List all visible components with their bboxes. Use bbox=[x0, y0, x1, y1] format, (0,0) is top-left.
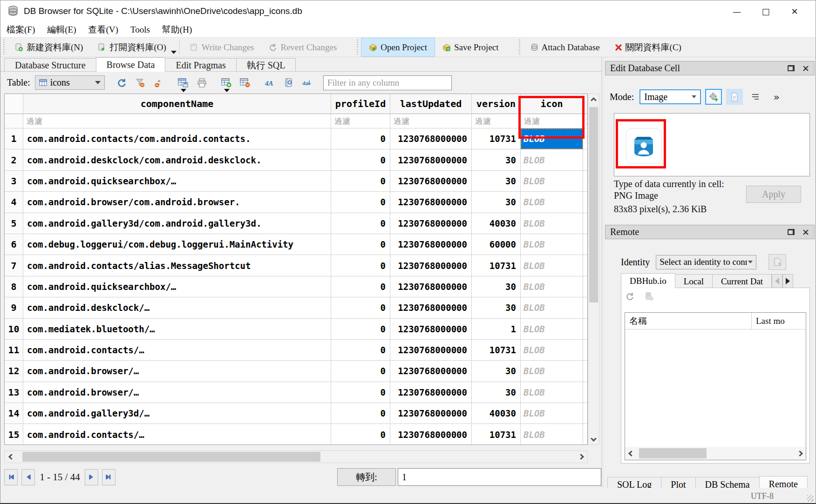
cell-version[interactable]: 40030 bbox=[472, 403, 521, 424]
cell-icon-blob[interactable]: BLOB bbox=[521, 382, 583, 403]
cell-version[interactable]: 30 bbox=[472, 171, 521, 192]
cell-profileId[interactable]: 0 bbox=[331, 361, 390, 382]
cell-lastUpdated[interactable]: 1230768000000 bbox=[390, 128, 472, 149]
goto-record-button[interactable]: 轉到: bbox=[337, 468, 396, 486]
font-button[interactable]: 4A bbox=[261, 74, 279, 91]
column-header-lastUpdated[interactable]: lastUpdated bbox=[390, 94, 472, 114]
cell-lastUpdated[interactable]: 1230768000000 bbox=[390, 340, 472, 361]
column-filter-input-componentName[interactable]: 過濾 bbox=[23, 114, 331, 128]
cell-icon-blob[interactable]: BLOB bbox=[521, 255, 583, 276]
cell-icon-blob[interactable]: BLOB bbox=[521, 234, 583, 255]
cell-icon-blob[interactable]: BLOB bbox=[521, 340, 583, 361]
remote-tab-local[interactable]: Local bbox=[675, 274, 713, 288]
cell-icon-blob[interactable]: BLOB bbox=[521, 403, 583, 424]
cell-lastUpdated[interactable]: 1230768000000 bbox=[390, 149, 472, 170]
dock-close-icon[interactable]: ✕ bbox=[802, 227, 809, 237]
cell-extra[interactable] bbox=[583, 192, 588, 213]
tab--sql[interactable]: 執行 SQL bbox=[236, 58, 296, 72]
cell-extra[interactable] bbox=[583, 234, 588, 255]
row-number[interactable]: 2 bbox=[5, 149, 23, 170]
remote-refresh-button[interactable] bbox=[625, 292, 634, 301]
maximize-button[interactable]: □ bbox=[751, 0, 780, 22]
scroll-left-button[interactable] bbox=[625, 447, 637, 460]
cell-version[interactable]: 30 bbox=[472, 382, 521, 403]
import-certificate-button[interactable] bbox=[768, 254, 786, 270]
column-header-profileId[interactable]: profileId bbox=[331, 94, 390, 114]
row-number[interactable]: 11 bbox=[5, 340, 23, 361]
row-number[interactable]: 4 bbox=[5, 192, 23, 213]
apply-button[interactable]: Apply bbox=[746, 186, 801, 203]
column-filter-input-profileId[interactable]: 過濾 bbox=[331, 114, 390, 128]
cell-componentName[interactable]: com.android.deskclock/com.android.deskcl… bbox=[23, 149, 331, 170]
cell-profileId[interactable]: 0 bbox=[331, 297, 390, 318]
word-wrap-button[interactable] bbox=[747, 89, 764, 105]
panel-splitter[interactable] bbox=[601, 57, 604, 488]
open-database-button[interactable]: 打開資料庫(O) bbox=[90, 38, 173, 57]
cell-lastUpdated[interactable]: 1230768000000 bbox=[390, 319, 472, 340]
row-number[interactable]: 10 bbox=[5, 319, 23, 340]
cell-version[interactable]: 10731 bbox=[472, 128, 521, 149]
dock-float-icon[interactable] bbox=[788, 65, 795, 71]
cell-lastUpdated[interactable]: 1230768000000 bbox=[390, 382, 472, 403]
identity-select[interactable]: Select an identity to conne bbox=[656, 255, 756, 269]
cell-lastUpdated[interactable]: 1230768000000 bbox=[390, 424, 472, 445]
cell-lastUpdated[interactable]: 1230768000000 bbox=[390, 403, 472, 424]
last-page-button[interactable] bbox=[102, 469, 116, 485]
cell-version[interactable]: 40030 bbox=[472, 213, 521, 234]
cell-componentName[interactable]: com.android.gallery3d/com.android.galler… bbox=[23, 213, 331, 234]
remote-tab-dbhub-io[interactable]: DBHub.io bbox=[621, 273, 675, 288]
close-button[interactable]: ✕ bbox=[780, 0, 809, 22]
cell-extra[interactable] bbox=[583, 255, 588, 276]
row-number[interactable]: 9 bbox=[5, 297, 23, 318]
cell-componentName[interactable]: com.android.gallery3d/… bbox=[23, 403, 331, 424]
tab-edit-pragmas[interactable]: Edit Pragmas bbox=[165, 58, 236, 72]
cell-profileId[interactable]: 0 bbox=[331, 403, 390, 424]
remote-name-column-header[interactable]: 名稱 bbox=[625, 313, 752, 329]
row-number-header[interactable] bbox=[5, 94, 23, 114]
cell-componentName[interactable]: com.android.deskclock/… bbox=[23, 297, 331, 318]
open-project-button[interactable]: Open Project bbox=[361, 38, 435, 57]
row-number[interactable]: 14 bbox=[5, 403, 23, 424]
cell-profileId[interactable]: 0 bbox=[331, 276, 390, 297]
remote-lastmodified-column-header[interactable]: Last mo bbox=[752, 316, 785, 326]
cell-profileId[interactable]: 0 bbox=[331, 319, 390, 340]
column-filter-input-lastUpdated[interactable]: 過濾 bbox=[390, 114, 472, 128]
delete-record-button[interactable] bbox=[236, 74, 255, 91]
row-number[interactable]: 15 bbox=[5, 424, 23, 445]
row-number[interactable]: 5 bbox=[5, 213, 23, 234]
first-page-button[interactable] bbox=[4, 469, 18, 485]
save-results-dropdown-caret[interactable] bbox=[181, 89, 186, 92]
cell-lastUpdated[interactable]: 1230768000000 bbox=[390, 297, 472, 318]
clear-sort-button[interactable] bbox=[150, 74, 168, 91]
cell-version[interactable]: 10731 bbox=[472, 424, 521, 445]
cell-icon-blob[interactable]: BLOB bbox=[521, 213, 583, 234]
close-database-button[interactable]: 關閉資料庫(C) bbox=[607, 38, 689, 57]
cell-extra[interactable] bbox=[583, 276, 588, 297]
clear-filters-button[interactable] bbox=[131, 74, 150, 91]
remote-tabs-scroll-left[interactable] bbox=[772, 274, 782, 288]
cell-extra[interactable] bbox=[583, 171, 588, 192]
cell-profileId[interactable]: 0 bbox=[331, 340, 390, 361]
encoding-button[interactable]: 4a bbox=[298, 74, 317, 91]
cell-componentName[interactable]: com.android.contacts/com.android.contact… bbox=[23, 128, 331, 149]
cell-componentName[interactable]: com.android.contacts/… bbox=[23, 340, 331, 361]
cell-extra[interactable] bbox=[583, 382, 588, 403]
cell-componentName[interactable]: com.debug.loggerui/com.debug.loggerui.Ma… bbox=[23, 234, 331, 255]
cell-extra[interactable] bbox=[583, 424, 588, 445]
row-number[interactable]: 6 bbox=[5, 234, 23, 255]
cell-extra[interactable] bbox=[583, 213, 588, 234]
cell-lastUpdated[interactable]: 1230768000000 bbox=[390, 171, 472, 192]
cell-icon-blob[interactable]: BLOB bbox=[521, 171, 583, 192]
cell-version[interactable]: 30 bbox=[472, 192, 521, 213]
cell-extra[interactable] bbox=[583, 340, 588, 361]
insert-record-button[interactable] bbox=[218, 74, 236, 91]
cell-profileId[interactable]: 0 bbox=[331, 382, 390, 403]
cell-componentName[interactable]: com.android.browser/… bbox=[23, 361, 331, 382]
row-number[interactable]: 8 bbox=[5, 276, 23, 297]
scroll-up-button[interactable] bbox=[588, 94, 599, 106]
remote-dock-header[interactable]: Remote ✕ bbox=[605, 225, 815, 239]
encoding-selector[interactable]: UTF-8 bbox=[751, 491, 774, 501]
menu-item-v[interactable]: 查看(V) bbox=[82, 22, 124, 37]
row-number[interactable]: 7 bbox=[5, 255, 23, 276]
cell-lastUpdated[interactable]: 1230768000000 bbox=[390, 234, 472, 255]
